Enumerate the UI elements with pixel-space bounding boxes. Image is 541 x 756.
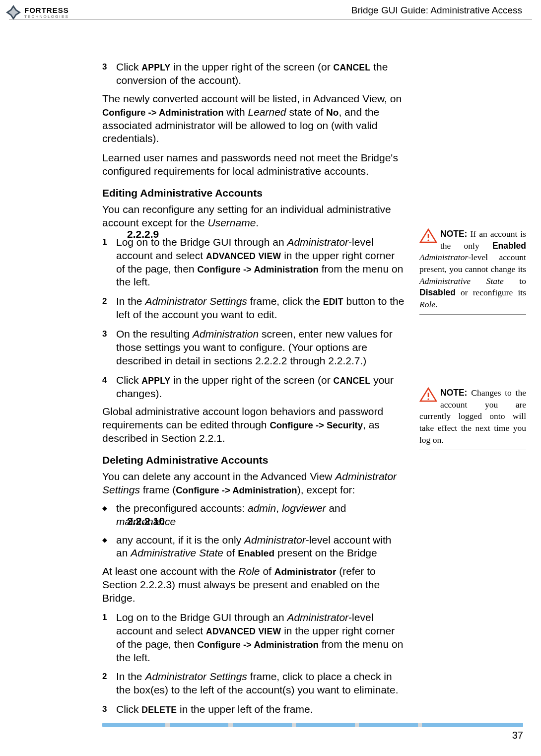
step-number: 3 (102, 61, 116, 87)
header-text: Bridge GUI Guide: Administrative Access (351, 5, 532, 15)
step-1: 1 Log on to the Bridge GUI through an Ad… (102, 611, 405, 665)
step-body: Click APPLY in the upper right of the sc… (116, 374, 405, 401)
section-heading-2210: Deleting Administrative Accounts (102, 454, 405, 466)
step-number: 1 (102, 611, 116, 665)
step-number: 4 (102, 374, 116, 401)
paragraph: You can reconfigure any setting for an i… (102, 203, 405, 230)
note-icon (419, 228, 437, 243)
section-number-2210: 2.2.2.10 (127, 515, 165, 527)
svg-point-4 (427, 239, 429, 241)
paragraph: You can delete any account in the Advanc… (102, 470, 405, 497)
step-body: In the Administrator Settings frame, cli… (116, 295, 405, 322)
step-number: 2 (102, 295, 116, 322)
step-body: Log on to the Bridge GUI through an Admi… (116, 611, 405, 665)
note-icon (419, 387, 437, 402)
main-content: 3 Click APPLY in the upper right of the … (102, 55, 405, 716)
step-3-top: 3 Click APPLY in the upper right of the … (102, 61, 405, 87)
section-heading-229: Editing Administrative Accounts (102, 187, 405, 199)
sidebar-note-1: NOTE: If an account is the only Enabled … (419, 228, 526, 319)
paragraph: The newly converted account will be list… (102, 92, 405, 146)
step-body: Click DELETE in the upper left of the fr… (116, 703, 405, 716)
step-2: 2 In the Administrator Settings frame, c… (102, 670, 405, 697)
step-number: 1 (102, 236, 116, 289)
step-body: In the Administrator Settings frame, cli… (116, 670, 405, 697)
bullet-icon: ◆ (102, 534, 116, 560)
running-header: Bridge GUI Guide: Administrative Access (9, 5, 532, 19)
paragraph: At least one account with the Role of Ad… (102, 565, 405, 605)
bullet-body: any account, if it is the only Administr… (116, 534, 405, 560)
step-number: 3 (102, 328, 116, 368)
paragraph: Learned user names and passwords need no… (102, 151, 405, 178)
section-number-229: 2.2.2.9 (127, 228, 159, 240)
page-number: 37 (512, 730, 523, 741)
step-number: 3 (102, 703, 116, 716)
paragraph: Global administrative account logon beha… (102, 405, 405, 445)
sidebar-note-2: NOTE: Changes to the account you are cur… (419, 387, 526, 455)
step-3: 3 Click DELETE in the upper left of the … (102, 703, 405, 716)
step-3: 3 On the resulting Administration screen… (102, 328, 405, 368)
bullet-item: ◆ any account, if it is the only Adminis… (102, 534, 405, 560)
footer-decoration (102, 723, 523, 727)
step-body: On the resulting Administration screen, … (116, 328, 405, 368)
svg-point-7 (427, 398, 429, 400)
step-body: Click APPLY in the upper right of the sc… (116, 61, 405, 87)
step-2: 2 In the Administrator Settings frame, c… (102, 295, 405, 322)
step-1: 1 Log on to the Bridge GUI through an Ad… (102, 236, 405, 289)
step-number: 2 (102, 670, 116, 697)
step-4: 4 Click APPLY in the upper right of the … (102, 374, 405, 401)
step-body: Log on to the Bridge GUI through an Admi… (116, 236, 405, 289)
bullet-icon: ◆ (102, 502, 116, 529)
